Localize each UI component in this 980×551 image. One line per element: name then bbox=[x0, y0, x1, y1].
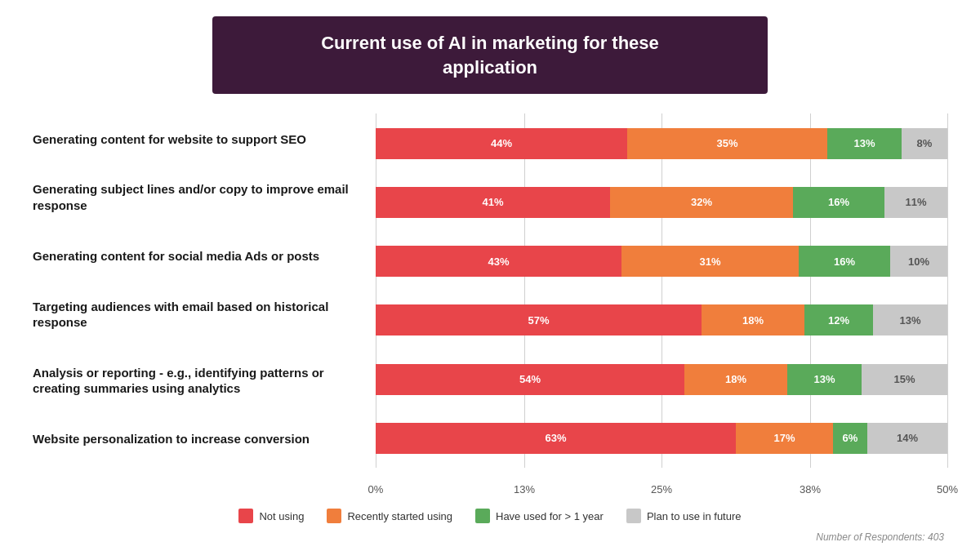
bar-segment-5-0: 63% bbox=[376, 423, 736, 454]
bar-row-3: 57%18%12%13% bbox=[376, 304, 947, 335]
bar-row-0: 44%35%13%8% bbox=[376, 128, 947, 159]
legend: Not usingRecently started usingHave used… bbox=[238, 509, 741, 523]
legend-label-3: Plan to use in future bbox=[647, 510, 742, 522]
bar-row-1: 41%32%16%11% bbox=[376, 187, 947, 218]
bar-segment-0-3: 8% bbox=[902, 128, 947, 159]
bar-segment-3-2: 12% bbox=[804, 304, 873, 335]
gridline-4 bbox=[947, 113, 948, 468]
bar-label-4: Analysis or reporting - e.g., identifyin… bbox=[33, 365, 359, 397]
legend-swatch-green bbox=[475, 509, 490, 523]
bar-segment-4-3: 15% bbox=[862, 364, 947, 395]
legend-item-2: Have used for > 1 year bbox=[475, 509, 604, 523]
legend-swatch-gray bbox=[626, 509, 641, 523]
bar-label-2: Generating content for social media Ads … bbox=[33, 248, 359, 264]
bar-segment-4-1: 18% bbox=[684, 364, 787, 395]
legend-label-1: Recently started using bbox=[347, 510, 452, 522]
x-tick-4: 50% bbox=[937, 483, 958, 495]
bar-label-5: Website personalization to increase conv… bbox=[33, 431, 359, 447]
bar-segment-0-1: 35% bbox=[627, 128, 827, 159]
bar-segment-2-0: 43% bbox=[376, 246, 621, 277]
bar-row-2: 43%31%16%10% bbox=[376, 246, 947, 277]
labels-column: Generating content for website to suppor… bbox=[33, 113, 376, 497]
bar-row-5: 63%17%6%14% bbox=[376, 423, 947, 454]
bar-segment-1-2: 16% bbox=[793, 187, 884, 218]
gridline-0 bbox=[376, 113, 376, 468]
respondents-label: Number of Respondents: 403 bbox=[816, 531, 944, 543]
legend-item-0: Not using bbox=[238, 509, 304, 523]
bar-segment-0-2: 13% bbox=[827, 128, 902, 159]
legend-swatch-orange bbox=[327, 509, 341, 523]
x-tick-3: 38% bbox=[800, 483, 821, 495]
bar-label-3: Targeting audiences with email based on … bbox=[33, 299, 359, 331]
bar-row-4: 54%18%13%15% bbox=[376, 364, 947, 395]
chart-title: Current use of AI in marketing for these… bbox=[261, 31, 719, 79]
legend-item-3: Plan to use in future bbox=[626, 509, 742, 523]
legend-item-1: Recently started using bbox=[327, 509, 452, 523]
legend-swatch-red bbox=[238, 509, 253, 523]
bar-segment-5-1: 17% bbox=[736, 423, 833, 454]
x-axis: 0%13%25%38%50% bbox=[376, 473, 947, 497]
title-banner: Current use of AI in marketing for these… bbox=[212, 16, 768, 94]
chart-area: Generating content for website to suppor… bbox=[33, 113, 947, 497]
legend-label-0: Not using bbox=[259, 510, 304, 522]
x-tick-0: 0% bbox=[368, 483, 384, 495]
bar-segment-4-0: 54% bbox=[376, 364, 684, 395]
bar-segment-5-3: 14% bbox=[867, 423, 947, 454]
bar-segment-3-1: 18% bbox=[702, 304, 804, 335]
bar-segment-1-1: 32% bbox=[610, 187, 793, 218]
bar-segment-2-2: 16% bbox=[799, 246, 890, 277]
bar-segment-2-1: 31% bbox=[621, 246, 799, 277]
gridline-1 bbox=[524, 113, 525, 468]
bar-segment-0-0: 44% bbox=[376, 128, 627, 159]
x-tick-1: 13% bbox=[514, 483, 535, 495]
bar-segment-3-0: 57% bbox=[376, 304, 702, 335]
gridline-3 bbox=[810, 113, 811, 468]
x-tick-2: 25% bbox=[651, 483, 672, 495]
bar-segment-2-3: 10% bbox=[890, 246, 947, 277]
bar-segment-1-3: 11% bbox=[884, 187, 947, 218]
legend-label-2: Have used for > 1 year bbox=[496, 510, 604, 522]
gridline-2 bbox=[662, 113, 662, 468]
bar-segment-4-2: 13% bbox=[787, 364, 862, 395]
bar-segment-3-3: 13% bbox=[873, 304, 947, 335]
bar-segment-1-0: 41% bbox=[376, 187, 610, 218]
bar-label-0: Generating content for website to suppor… bbox=[33, 131, 359, 148]
bar-segment-5-2: 6% bbox=[833, 423, 867, 454]
bar-label-1: Generating subject lines and/or copy to … bbox=[33, 181, 359, 213]
